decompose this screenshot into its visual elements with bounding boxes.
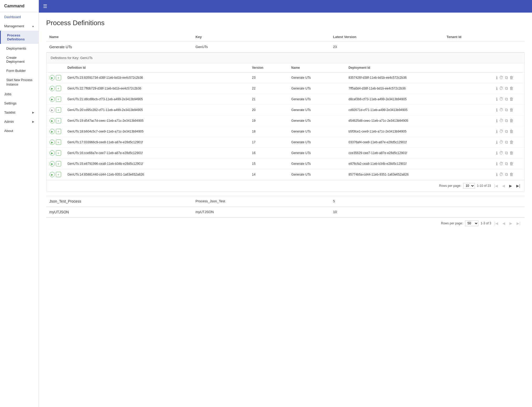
info-icon[interactable]: ℹ (496, 97, 498, 102)
copy-icon[interactable]: ⧉ (505, 151, 508, 155)
clock-icon[interactable]: ⏱ (499, 86, 503, 91)
table-row[interactable]: Generate UTs GenUTs 23 (46, 42, 525, 52)
list-icon[interactable]: ≡ (56, 118, 61, 123)
info-icon[interactable]: ℹ (496, 108, 498, 113)
col-def-version: Version (249, 63, 288, 72)
sidebar-section-admin[interactable]: Admin ▶ (0, 117, 39, 126)
info-icon[interactable]: ℹ (496, 129, 498, 134)
list-icon[interactable]: ≡ (56, 161, 61, 166)
clock-icon[interactable]: ⏱ (499, 108, 503, 112)
clock-icon[interactable]: ⏱ (499, 161, 503, 166)
clock-icon[interactable]: ⏱ (499, 140, 503, 145)
sidebar-item-deployments[interactable]: Deployments (0, 44, 39, 53)
sidebar-item-jobs[interactable]: Jobs (0, 89, 39, 99)
outer-first-page-btn[interactable]: |◀ (493, 221, 499, 226)
play-icon[interactable]: ▶ (50, 161, 55, 166)
play-icon[interactable]: ▶ (50, 172, 55, 177)
delete-icon[interactable]: 🗑 (509, 161, 514, 166)
copy-icon[interactable]: ⧉ (505, 161, 508, 166)
delete-icon[interactable]: 🗑 (509, 97, 514, 102)
list-icon[interactable]: ≡ (56, 86, 61, 91)
copy-icon[interactable]: ⧉ (505, 140, 508, 145)
delete-icon[interactable]: 🗑 (509, 75, 514, 80)
definition-row: ▶ ≡ GenUTs:16:cce68a7e-cee7-11eb-a87e-e2… (46, 148, 524, 158)
list-icon[interactable]: ≡ (56, 140, 61, 145)
clock-icon[interactable]: ⏱ (499, 172, 503, 177)
inner-prev-page-btn[interactable]: ◀ (501, 183, 506, 188)
copy-icon[interactable]: ⧉ (505, 108, 508, 112)
sidebar-item-form-builder[interactable]: Form Builder (0, 66, 39, 75)
copy-icon[interactable]: ⧉ (505, 118, 508, 123)
outer-next-page-btn[interactable]: ▶ (508, 221, 513, 226)
sidebar-item-create-deployment[interactable]: Create Deployment (0, 53, 39, 66)
sidebar-item-settings[interactable]: Settings (0, 99, 39, 108)
delete-icon[interactable]: 🗑 (509, 118, 514, 123)
copy-icon[interactable]: ⧉ (505, 97, 508, 102)
inner-last-page-btn[interactable]: ▶| (515, 183, 521, 188)
copy-icon[interactable]: ⧉ (505, 75, 508, 80)
clock-icon[interactable]: ⏱ (499, 97, 503, 102)
info-icon[interactable]: ℹ (496, 140, 498, 145)
inner-rows-per-page-select[interactable]: 10 25 50 (463, 183, 475, 189)
info-icon[interactable]: ℹ (496, 118, 498, 123)
play-icon[interactable]: ▶ (50, 140, 55, 145)
play-icon[interactable]: ▶ (50, 150, 55, 156)
info-icon[interactable]: ℹ (496, 86, 498, 91)
play-icon[interactable]: ▶ (50, 97, 55, 102)
list-icon[interactable]: ≡ (56, 129, 61, 134)
play-icon[interactable]: ▶ (50, 129, 55, 134)
menu-icon[interactable]: ☰ (43, 3, 47, 9)
sidebar-section-tasklist[interactable]: Tasklist ▶ (0, 108, 39, 117)
sidebar-item-about[interactable]: About (0, 126, 39, 135)
list-icon[interactable]: ≡ (56, 107, 61, 113)
def-version: 18 (249, 126, 288, 137)
list-icon[interactable]: ≡ (56, 97, 61, 102)
list-icon[interactable]: ≡ (56, 150, 61, 156)
outer-prev-page-btn[interactable]: ◀ (501, 221, 506, 226)
delete-icon[interactable]: 🗑 (509, 108, 514, 112)
copy-icon[interactable]: ⧉ (505, 129, 508, 134)
list-icon[interactable]: ≡ (56, 75, 61, 80)
play-icon[interactable]: ▶ (50, 75, 55, 80)
inner-next-page-btn[interactable]: ▶ (508, 183, 513, 188)
info-icon[interactable]: ℹ (496, 75, 498, 80)
outer-last-page-btn[interactable]: ▶| (515, 221, 522, 226)
def-version: 19 (249, 115, 288, 126)
copy-icon[interactable]: ⧉ (505, 172, 508, 177)
delete-icon[interactable]: 🗑 (509, 151, 514, 155)
process-tenant-id (443, 196, 525, 207)
play-icon[interactable]: ▶ (50, 118, 55, 123)
delete-icon[interactable]: 🗑 (509, 172, 514, 177)
def-deployment-id: 03376af4-cee8-11eb-a87e-e28d5c12901f (345, 137, 493, 148)
clock-icon[interactable]: ⏱ (499, 118, 503, 123)
outer-rows-per-page-select[interactable]: 50 10 25 100 (465, 220, 478, 226)
definition-row: ▶ ≡ GenUTs:22:7ffdb729-d38f-11eb-bd1b-ee… (46, 83, 524, 94)
clock-icon[interactable]: ⏱ (499, 151, 503, 155)
def-deployment-id: 7ff5a0d4-d38f-11eb-bd1b-ee4c572c2b36 (345, 83, 493, 94)
inner-first-page-btn[interactable]: |◀ (493, 183, 499, 188)
def-action-icons: ▶ ≡ (46, 137, 64, 148)
inner-pagination: Rows per page: 10 25 50 1-10 of 23 |◀ ◀ … (46, 180, 524, 191)
col-actions (46, 63, 64, 72)
def-version: 21 (249, 94, 288, 105)
play-icon[interactable]: ▶ (50, 107, 55, 113)
sidebar-item-start-new-process-instance[interactable]: Start New Process Instance (0, 75, 39, 89)
sidebar-section-management[interactable]: Management ▲ (0, 22, 39, 31)
delete-icon[interactable]: 🗑 (509, 129, 514, 134)
info-icon[interactable]: ℹ (496, 172, 498, 177)
clock-icon[interactable]: ⏱ (499, 75, 503, 80)
copy-icon[interactable]: ⧉ (505, 86, 508, 91)
sidebar-item-dashboard[interactable]: Dashboard (0, 12, 39, 22)
play-icon[interactable]: ▶ (50, 86, 55, 91)
main-content: ☰ Process Definitions Name Key Latest Ve… (39, 0, 532, 407)
info-icon[interactable]: ℹ (496, 151, 498, 156)
table-row[interactable]: myUTJSON myUTJSON 10 (46, 207, 525, 218)
clock-icon[interactable]: ⏱ (499, 129, 503, 134)
sidebar-item-process-definitions[interactable]: Process Definitions (0, 31, 39, 44)
delete-icon[interactable]: 🗑 (509, 140, 514, 145)
delete-icon[interactable]: 🗑 (509, 86, 514, 91)
list-icon[interactable]: ≡ (56, 172, 61, 177)
process-latest-version: 10 (330, 207, 444, 218)
table-row[interactable]: Json_Test_Process Process_Json_Test 5 (46, 196, 525, 207)
info-icon[interactable]: ℹ (496, 161, 498, 166)
